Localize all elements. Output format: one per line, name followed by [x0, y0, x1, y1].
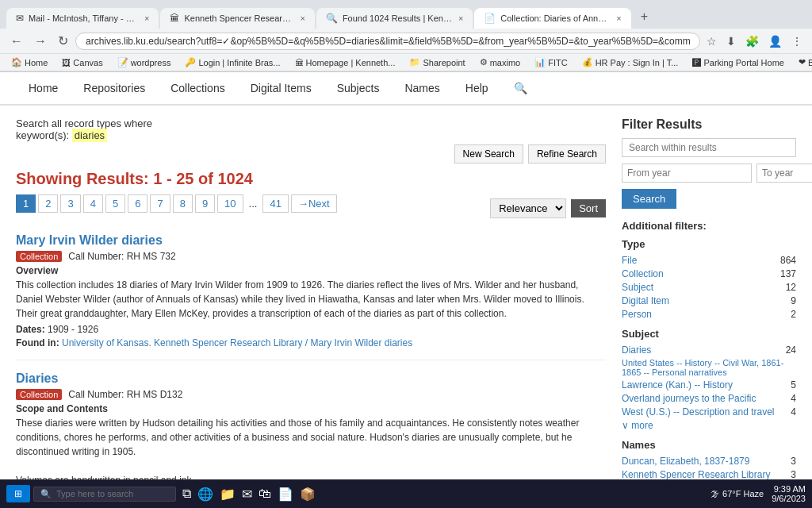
taskbar-search-input[interactable] — [56, 489, 151, 498]
page-4[interactable]: 4 — [83, 194, 103, 213]
bookmark-sharepoint[interactable]: 📁 Sharepoint — [404, 56, 469, 69]
page-2[interactable]: 2 — [38, 194, 58, 213]
bookmark-bcbs[interactable]: ❤ BCBSKS Member D... — [794, 56, 812, 69]
page-7[interactable]: 7 — [150, 194, 170, 213]
filter-count-west: 4 — [791, 406, 796, 418]
filter-type-collection: Collection 137 — [622, 268, 796, 279]
filter-link-duncan[interactable]: Duncan, Elizabeth, 1837-1879 — [622, 456, 791, 467]
nav-repositories[interactable]: Repositories — [71, 72, 158, 104]
nav-home[interactable]: Home — [16, 72, 71, 104]
menu-icon[interactable]: ⋮ — [788, 33, 806, 49]
tab-collection-close[interactable]: × — [616, 13, 621, 23]
result-title-1[interactable]: Mary Irvin Wilder diaries — [16, 233, 606, 248]
tab-spencer-close[interactable]: × — [300, 13, 304, 23]
bookmark-maximo[interactable]: ⚙ maximo — [475, 56, 526, 69]
tab-mail[interactable]: ✉ Mail - McIntosh, Tiffany - Outlo... × — [6, 8, 159, 29]
filter-link-overland[interactable]: Overland journeys to the Pacific — [622, 393, 791, 404]
filter-link-collection[interactable]: Collection — [622, 268, 780, 279]
bookmark-hrpay[interactable]: 💰 HR Pay : Sign In | T... — [577, 56, 684, 69]
filter-link-kenneth[interactable]: Kenneth Spencer Research Library — [622, 469, 791, 480]
more-link[interactable]: ∨ more — [622, 420, 796, 431]
to-year-input[interactable] — [756, 164, 812, 183]
page-content: Home Repositories Collections Digital It… — [0, 72, 812, 489]
reload-button[interactable]: ↻ — [54, 32, 72, 50]
tab-collection[interactable]: 📄 Collection: Diaries of Anna John... × — [474, 8, 630, 29]
page-41[interactable]: 41 — [262, 194, 288, 213]
bookmark-login[interactable]: 🔑 Login | Infinite Bras... — [180, 56, 285, 69]
site-nav: Home Repositories Collections Digital It… — [0, 72, 812, 106]
filter-link-subject[interactable]: Subject — [622, 282, 786, 293]
nav-digital-items[interactable]: Digital Items — [238, 72, 324, 104]
result-desc-1: This collection includes 18 diaries of M… — [16, 278, 606, 321]
found-label-1: Found in: — [16, 337, 59, 348]
back-button[interactable]: ← — [6, 33, 27, 50]
page-6[interactable]: 6 — [128, 194, 147, 213]
sort-select[interactable]: Relevance Title A-Z Title Z-A Date — [490, 198, 566, 218]
tab-mail-close[interactable]: × — [144, 13, 149, 23]
download-icon[interactable]: ⬇ — [723, 33, 739, 49]
bookmark-fitc[interactable]: 📊 FITC — [530, 56, 572, 69]
taskbar-app-icon[interactable]: 📦 — [300, 487, 316, 502]
taskbar-search[interactable]: 🔍 — [33, 487, 176, 502]
taskbar-weather: 🌫 67°F Haze — [710, 489, 764, 498]
extensions-icon[interactable]: 🧩 — [742, 33, 762, 49]
forward-button[interactable]: → — [30, 33, 51, 50]
bookmark-home[interactable]: 🏠 Home — [6, 56, 52, 69]
address-bar[interactable] — [75, 33, 700, 50]
sort-button[interactable]: Sort — [571, 199, 606, 217]
taskbar-task-view[interactable]: ⧉ — [182, 487, 191, 501]
filter-type-digital: Digital Item 9 — [622, 295, 796, 306]
filter-type-subject: Subject 12 — [622, 282, 796, 293]
nav-collections[interactable]: Collections — [158, 72, 237, 104]
bookmark-icon[interactable]: ☆ — [703, 33, 720, 49]
taskbar-mail-icon[interactable]: ✉ — [242, 487, 252, 502]
tab-results[interactable]: 🔍 Found 1024 Results | Kenneth S... × — [316, 8, 473, 29]
page-1[interactable]: 1 — [16, 194, 36, 213]
taskbar-store-icon[interactable]: 🛍 — [259, 487, 271, 501]
found-link-1[interactable]: University of Kansas. Kenneth Spencer Re… — [62, 337, 412, 348]
nav-names[interactable]: Names — [392, 72, 452, 104]
page-next[interactable]: →Next — [291, 194, 337, 213]
bookmark-homepage[interactable]: 🏛 Homepage | Kenneth... — [290, 56, 400, 69]
start-button[interactable]: ⊞ — [6, 485, 30, 502]
filter-link-west[interactable]: West (U.S.) -- Description and travel — [622, 406, 791, 418]
filter-sidebar: Filter Results Search Additional filters… — [622, 117, 796, 489]
taskbar-word-icon[interactable]: 📄 — [278, 487, 293, 502]
filter-count-subject: 12 — [786, 282, 796, 293]
profile-icon[interactable]: 👤 — [765, 33, 785, 49]
nav-subjects[interactable]: Subjects — [324, 72, 393, 104]
page-3[interactable]: 3 — [60, 194, 80, 213]
page-5[interactable]: 5 — [105, 194, 125, 213]
page-10[interactable]: 10 — [217, 194, 243, 213]
parking-icon: 🅿 — [692, 58, 701, 67]
new-search-button[interactable]: New Search — [454, 144, 523, 164]
page-9[interactable]: 9 — [195, 194, 215, 213]
taskbar-explorer-icon[interactable]: 📁 — [220, 487, 236, 502]
from-year-input[interactable] — [622, 164, 752, 183]
keyword-value: diaries — [72, 129, 107, 142]
tab-spencer[interactable]: 🏛 Kenneth Spencer Research Libra... × — [160, 8, 314, 29]
bookmark-parking[interactable]: 🅿 Parking Portal Home — [688, 56, 789, 69]
filter-link-lawrence[interactable]: Lawrence (Kan.) -- History — [622, 379, 791, 391]
result-title-2[interactable]: Diaries — [16, 371, 606, 386]
filter-link-civilwar[interactable]: United States -- History -- Civil War, 1… — [622, 358, 796, 377]
refine-search-button[interactable]: Refine Search — [528, 144, 606, 164]
additional-filters-label: Additional filters: — [622, 220, 796, 232]
bookmark-canvas[interactable]: 🖼 Canvas — [57, 56, 107, 69]
page-8[interactable]: 8 — [173, 194, 193, 213]
filter-search-button[interactable]: Search — [622, 189, 676, 209]
filter-link-person[interactable]: Person — [622, 309, 791, 320]
canvas-icon: 🖼 — [62, 58, 71, 67]
taskbar-chrome-icon[interactable]: 🌐 — [197, 487, 213, 502]
filter-link-digital[interactable]: Digital Item — [622, 295, 791, 306]
nav-help[interactable]: Help — [453, 72, 501, 104]
tab-results-close[interactable]: × — [458, 13, 463, 23]
new-tab-button[interactable]: + — [633, 5, 656, 29]
nav-search[interactable]: 🔍 — [501, 72, 540, 104]
where-label: where — [124, 117, 152, 129]
filter-search-input[interactable] — [622, 138, 796, 157]
result-meta-1: Collection Call Number: RH MS 732 — [16, 251, 606, 262]
bookmark-wordpress[interactable]: 📝 wordpress — [113, 56, 176, 69]
filter-link-diaries[interactable]: Diaries — [622, 344, 786, 356]
filter-link-file[interactable]: File — [622, 255, 780, 266]
